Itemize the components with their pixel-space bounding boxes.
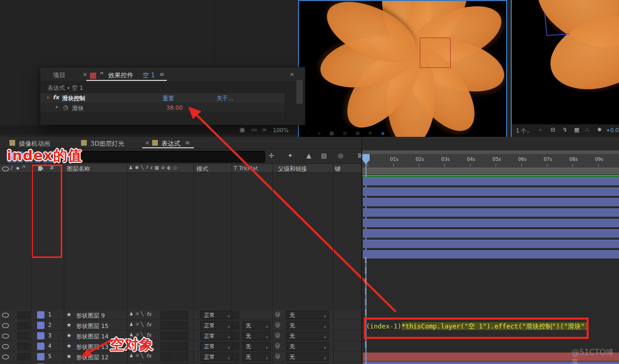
layer-name[interactable]: 形状图层 9 — [76, 312, 105, 320]
layer-row[interactable]: 5★形状图层 12♟✱╲fx正常∨无∨@无∨ — [0, 351, 362, 362]
blend-mode-select[interactable]: 正常∨ — [200, 332, 233, 340]
tab-target-layer[interactable]: 空 1 — [143, 71, 155, 80]
timeline-icon[interactable]: ▦ — [574, 126, 579, 133]
panel-menu-icon[interactable]: ≡ — [159, 71, 164, 78]
label-color-chip[interactable] — [37, 311, 44, 319]
parent-select[interactable]: 无∨ — [286, 311, 329, 319]
blend-mode-select[interactable]: 正常∨ — [200, 353, 233, 361]
hide-shy-layers-icon[interactable]: ▲ — [306, 152, 311, 159]
trkmat-select[interactable]: 无∨ — [242, 353, 271, 361]
layer-duration-bar[interactable] — [363, 229, 619, 238]
layer-row[interactable]: 4★形状图层 13♟✱╲fx正常∨无∨@无∨ — [0, 341, 362, 351]
eye-icon[interactable] — [2, 355, 9, 359]
slider-value[interactable]: 38.00 — [166, 104, 183, 111]
eye-icon[interactable] — [2, 313, 9, 318]
ruler-tick-label: 07s — [544, 157, 552, 162]
expander-icon[interactable]: ▸ — [56, 104, 58, 109]
layer-duration-bar[interactable] — [363, 250, 619, 259]
label-color-swatch[interactable] — [90, 73, 96, 79]
about-button[interactable]: 关于... — [216, 95, 234, 102]
eye-icon[interactable] — [2, 344, 9, 349]
blend-mode-select[interactable]: 正常∨ — [200, 342, 233, 350]
pixel-aspect-icon[interactable]: ⊟ — [551, 126, 555, 133]
view-layout-select[interactable]: 1 个.. — [516, 127, 530, 135]
time-ruler[interactable]: 0s01s02s03s04s05s06s07s08s09s1 — [362, 150, 619, 168]
parent-pickwhip-icon[interactable]: @ — [275, 322, 280, 327]
effect-name[interactable]: 滑块控制 — [62, 95, 85, 102]
layer-name[interactable]: 形状图层 13 — [76, 343, 109, 351]
stereo-3d-view-icon[interactable]: ∞ — [262, 126, 267, 133]
label-color-chip[interactable] — [37, 343, 44, 350]
always-preview-icon[interactable]: ▣ — [239, 126, 245, 133]
eye-icon[interactable] — [2, 334, 9, 338]
tab-3d-layer-light[interactable]: 3D图层灯光 — [90, 139, 124, 148]
parent-select[interactable]: 无∨ — [286, 342, 329, 350]
tab-color-square — [81, 140, 87, 146]
parent-column-header[interactable]: 父级和链接 — [278, 165, 307, 173]
label-color-chip[interactable] — [37, 332, 44, 339]
close-icon[interactable]: × — [83, 71, 87, 78]
parent-pickwhip-icon[interactable]: @ — [275, 332, 280, 338]
effect-row[interactable]: ∨ fx 滑块控制 重置 关于... — [40, 93, 285, 103]
tab-close-icon[interactable]: × — [145, 139, 150, 146]
parent-select[interactable]: 无∨ — [286, 321, 329, 330]
tab-project[interactable]: 项目 — [53, 71, 65, 80]
layer-row[interactable]: 2★形状图层 15♟✱╲fx正常∨无∨@无∨ — [0, 320, 362, 331]
layer-duration-bar[interactable] — [363, 198, 619, 206]
frame-blending-icon[interactable]: ▤ — [321, 152, 327, 159]
null-object-outline[interactable] — [420, 38, 451, 68]
layer-duration-bar[interactable] — [363, 177, 619, 185]
stopwatch-icon[interactable]: ◷ — [63, 104, 68, 111]
layer-name[interactable]: 形状图层 12 — [76, 354, 109, 361]
layer-name-column-header[interactable]: 图层名称 — [67, 165, 90, 173]
trkmat-column-header[interactable]: TrkMat — [239, 165, 258, 172]
parent-pickwhip-icon[interactable]: @ — [275, 343, 280, 348]
trkmat-select[interactable]: 无∨ — [242, 321, 271, 330]
parent-select[interactable]: 无∨ — [286, 353, 329, 361]
tab-effect-controls[interactable]: 效果控件 — [108, 71, 133, 80]
composition-viewer-2[interactable]: 1 个.. ∨ ⊟ ↯ ▦ ∴ ✸ +0.0 — [511, 0, 619, 138]
work-area-bar[interactable] — [362, 168, 619, 174]
trkmat-select[interactable]: 无∨ — [242, 342, 271, 350]
composition-mini-flowchart-icon[interactable]: ✢ — [269, 152, 274, 159]
tab-menu-icon[interactable]: ≡ — [185, 139, 190, 146]
mode-column-header[interactable]: 模式 — [197, 165, 208, 173]
layer-duration-bar[interactable] — [363, 219, 619, 227]
panel-split-divider[interactable] — [361, 137, 362, 364]
layer-name[interactable]: 形状图层 15 — [76, 322, 109, 330]
collapse-icon[interactable]: ∨ — [47, 96, 49, 100]
layer-duration-bar[interactable] — [363, 208, 619, 217]
label-color-chip[interactable] — [37, 353, 44, 360]
label-color-chip[interactable] — [37, 322, 44, 329]
fast-preview-icon[interactable]: ↯ — [563, 126, 567, 133]
draft-3d-icon[interactable]: ✦ — [288, 152, 293, 159]
parent-pickwhip-icon[interactable]: @ — [275, 353, 280, 359]
primary-viewer-icon[interactable]: ▭ — [251, 126, 257, 133]
motion-blur-icon[interactable]: ◎ — [338, 152, 343, 159]
blend-mode-select[interactable]: 正常∨ — [200, 321, 233, 330]
layer-name[interactable]: 形状图层 14 — [76, 333, 109, 340]
exposure-icon[interactable]: ✸ — [597, 126, 602, 133]
magnification-select[interactable]: 100% — [273, 127, 289, 133]
panel-close-icon[interactable]: × — [290, 71, 294, 78]
layer-row[interactable]: 1★形状图层 9♟✱╲fx正常∨@无∨ — [0, 310, 362, 320]
blend-mode-select[interactable]: 正常∨ — [200, 311, 233, 319]
layer-duration-bar[interactable] — [363, 187, 619, 196]
chevron-down-icon: ∨ — [266, 344, 268, 351]
layer-row[interactable]: 3★形状图层 14♟✱╲fx正常∨无∨@无∨ — [0, 331, 362, 341]
composition-viewer[interactable]: ◦ ⌖ ▦ ◎ ⊞ ✛ ◈ — [298, 0, 507, 138]
trkmat-select[interactable]: 无∨ — [242, 332, 271, 340]
parent-pickwhip-icon[interactable]: @ — [275, 311, 280, 317]
parent-select[interactable]: 无∨ — [286, 332, 329, 340]
layer-row[interactable]: 6★形状图层 11♟✱╲fx正常∨无∨@无∨ — [0, 362, 362, 364]
scrollbar[interactable] — [296, 80, 303, 104]
reset-button[interactable]: 重置 — [163, 95, 174, 102]
comp-flowchart-icon[interactable]: ∴ — [585, 126, 589, 133]
eye-icon[interactable] — [2, 323, 9, 328]
exposure-value[interactable]: +0.0 — [606, 127, 618, 133]
switch-well — [24, 353, 30, 360]
layer-duration-bar[interactable] — [363, 240, 619, 248]
slider-row[interactable]: ▸ ◷ 滑块 38.00 — [40, 103, 285, 112]
ruler-tick — [470, 164, 471, 167]
search-input[interactable] — [59, 151, 265, 162]
